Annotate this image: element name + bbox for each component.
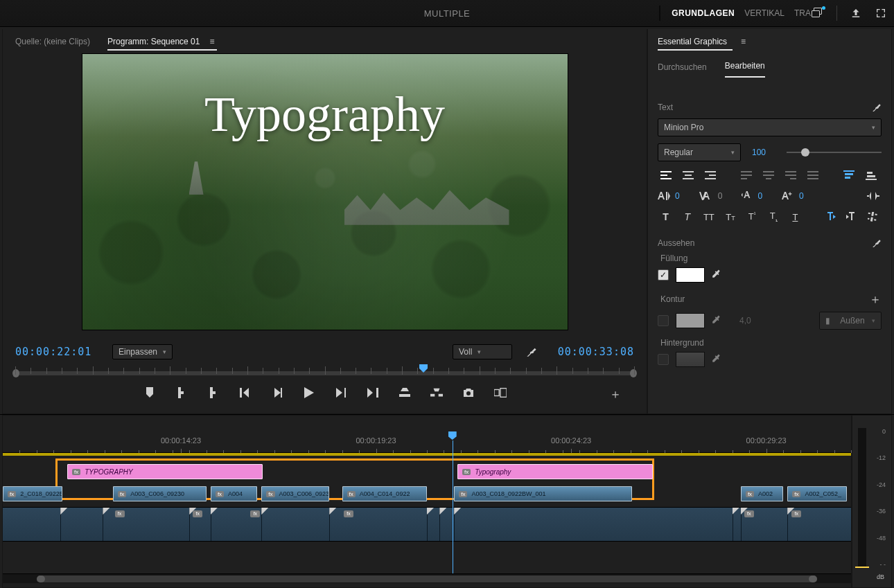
workspace-vertikal[interactable]: VERTIKAL	[744, 8, 785, 18]
extract-icon[interactable]	[430, 386, 443, 399]
step-back-icon[interactable]	[271, 386, 283, 399]
video-clip[interactable]: fxA002_C052_	[787, 486, 847, 501]
ltr-text-icon[interactable]	[823, 209, 839, 224]
track-v1[interactable]: fx2_C018_0922BWfxA003_C006_09230fxA004fx…	[3, 486, 851, 504]
settings-wrench-icon[interactable]	[872, 103, 882, 112]
comparison-view-icon[interactable]	[494, 386, 507, 399]
export-frame-icon[interactable]	[462, 386, 475, 399]
resolution-dropdown[interactable]: Voll▾	[453, 344, 512, 359]
text-options-icon[interactable]	[866, 209, 882, 224]
settings-wrench-icon[interactable]	[872, 238, 882, 248]
eyedropper-icon[interactable]	[712, 269, 723, 280]
eyedropper-icon[interactable]	[712, 354, 723, 365]
step-forward-icon[interactable]	[335, 386, 347, 399]
fill-checkbox[interactable]: ✓	[658, 269, 669, 280]
faux-italic-icon[interactable]: T	[679, 209, 695, 224]
stroke-checkbox[interactable]	[658, 315, 669, 326]
faux-bold-icon[interactable]: T	[658, 209, 674, 224]
timeline-scrollbar[interactable]	[3, 573, 851, 583]
source-tab[interactable]: Quelle: (keine Clips)	[15, 35, 90, 48]
playhead-handle[interactable]	[419, 364, 428, 373]
font-family-dropdown[interactable]: Minion Pro▾	[658, 118, 882, 136]
graphic-clip[interactable]: fxTypography	[457, 464, 653, 479]
timeline-ruler[interactable]: 00:00:14:2300:00:19:2300:00:24:2300:00:2…	[3, 434, 851, 453]
align-left-icon[interactable]	[658, 168, 674, 183]
stroke-swatch[interactable]	[676, 313, 705, 328]
vertical-align-top-icon[interactable]	[841, 168, 857, 183]
video-clip[interactable]: fxA002	[741, 486, 783, 501]
background-swatch[interactable]	[676, 352, 705, 367]
share-icon[interactable]	[850, 7, 862, 19]
video-clip[interactable]: fxA004	[211, 486, 257, 501]
baseline-shift-control[interactable]: 0	[782, 188, 804, 204]
panel-menu-icon[interactable]: ≡	[741, 37, 746, 46]
ruler-label: 00:00:14:23	[161, 436, 201, 445]
fill-swatch[interactable]	[676, 267, 705, 283]
background-checkbox[interactable]	[658, 354, 669, 365]
button-editor-add-icon[interactable]: ＋	[609, 386, 622, 402]
graphic-clip[interactable]: fxTYPOGRAPHY	[67, 464, 263, 479]
subscript-icon[interactable]: T₁	[766, 209, 782, 224]
tracking-control[interactable]: 0	[658, 188, 680, 204]
program-scrubber[interactable]	[15, 365, 634, 379]
workspace-tra[interactable]: TRA	[794, 8, 811, 18]
timeline-panel[interactable]: 00:00:14:2300:00:19:2300:00:24:2300:00:2…	[2, 415, 852, 588]
rtl-text-icon[interactable]	[844, 209, 860, 224]
justify-all-icon[interactable]	[805, 168, 821, 183]
superscript-icon[interactable]: T¹	[744, 209, 760, 224]
stroke-width-value[interactable]: 4,0	[739, 316, 751, 326]
program-viewer[interactable]: Typography	[3, 54, 647, 340]
timeline-playhead[interactable]	[453, 440, 453, 580]
eg-edit-tab[interactable]: Bearbeiten	[725, 61, 765, 78]
justify-last-center-icon[interactable]	[760, 168, 777, 183]
fullscreen-icon[interactable]	[875, 7, 887, 19]
duration-timecode: 00:00:33:08	[551, 346, 634, 358]
add-stroke-icon[interactable]: ＋	[869, 291, 882, 308]
play-icon[interactable]	[303, 386, 315, 399]
mark-out-icon[interactable]	[207, 386, 220, 399]
separator	[836, 6, 837, 21]
kerning-control[interactable]: 0	[699, 188, 723, 204]
goto-in-icon[interactable]	[239, 386, 252, 399]
font-size-slider[interactable]	[787, 147, 882, 158]
lift-icon[interactable]	[398, 386, 411, 399]
font-style-dropdown[interactable]: Regular▾	[658, 143, 741, 161]
add-marker-icon[interactable]	[143, 386, 156, 399]
workspace-grundlagen[interactable]: GRUNDLAGEN	[672, 8, 735, 18]
mark-in-icon[interactable]	[175, 386, 188, 399]
track-a1[interactable]: fxfxfxfxfxfx	[3, 507, 851, 542]
program-canvas[interactable]: Typography	[82, 54, 568, 330]
video-clip[interactable]: fxA003_C018_0922BW_001	[454, 486, 632, 501]
underline-icon[interactable]: T	[787, 209, 803, 224]
work-area-bar[interactable]	[3, 453, 851, 456]
panel-menu-icon[interactable]: ≡	[209, 37, 214, 46]
program-tab[interactable]: Programm: Sequence 01 ≡	[107, 37, 214, 46]
justify-last-right-icon[interactable]	[782, 168, 799, 183]
eyedropper-icon[interactable]	[712, 315, 723, 326]
essential-graphics-tab[interactable]: Essential Graphics	[658, 37, 727, 46]
track-v2[interactable]: fxTYPOGRAPHYfxTypography	[3, 464, 851, 482]
current-timecode[interactable]: 00:00:22:01	[15, 346, 98, 358]
settings-wrench-icon[interactable]	[526, 346, 537, 357]
video-clip[interactable]: fxA004_C014_0922	[342, 486, 427, 501]
align-right-icon[interactable]	[702, 168, 719, 183]
all-caps-icon[interactable]: TT	[701, 209, 717, 224]
overlay-text: Typography	[82, 86, 568, 143]
video-clip[interactable]: fx2_C018_0922BW	[3, 486, 62, 501]
zoom-fit-dropdown[interactable]: Einpassen▾	[112, 344, 173, 359]
tsume-icon[interactable]	[865, 188, 882, 204]
justify-last-left-icon[interactable]	[738, 168, 755, 183]
workspace-switcher-icon[interactable]	[812, 7, 824, 19]
goto-out-icon[interactable]	[367, 386, 379, 399]
leading-control[interactable]: 0	[742, 188, 762, 204]
video-clip[interactable]: fxA003_C006_09230	[113, 486, 207, 501]
eg-browse-tab[interactable]: Durchsuchen	[658, 62, 707, 78]
align-center-icon[interactable]	[680, 168, 696, 183]
video-clip[interactable]: fxA003_C006_09230	[261, 486, 329, 501]
small-caps-icon[interactable]: TT	[722, 209, 738, 224]
fill-label: Füllung	[660, 253, 882, 263]
transport-bar: ＋	[15, 379, 634, 407]
stroke-position-dropdown[interactable]: ▮Außen▾	[819, 312, 882, 330]
font-size-value[interactable]: 100	[752, 148, 780, 157]
vertical-align-bottom-icon[interactable]	[863, 168, 879, 183]
